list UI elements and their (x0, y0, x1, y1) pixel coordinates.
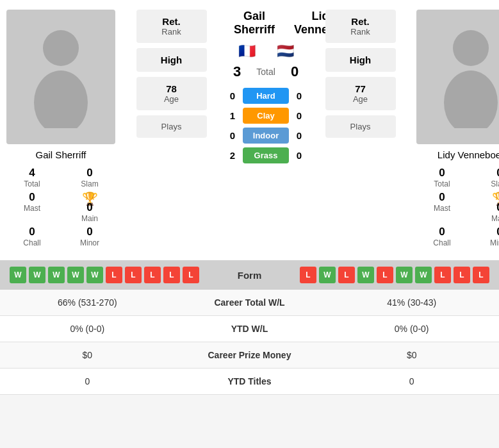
right-plays-label: Plays (338, 122, 383, 131)
form-left-badge-1: W (29, 267, 45, 283)
stats-right-1: 0% (0-0) (324, 316, 499, 342)
right-flag: 🇳🇱 (277, 43, 294, 60)
left-minor-cell: 0 Minor (64, 226, 115, 247)
right-rank-value: Ret. (338, 16, 383, 27)
left-age-label: Age (149, 94, 194, 104)
left-rank-label: Rank (149, 27, 194, 37)
stats-right-2: $0 (324, 342, 499, 369)
surface-btn-clay[interactable]: Clay (243, 108, 289, 124)
left-info-col: Ret. Rank High 78 Age Plays (115, 10, 227, 247)
stats-label-3: YTD Titles (175, 369, 325, 395)
form-left-badge-0: W (10, 267, 26, 283)
left-high-value: High (149, 54, 194, 65)
right-main-cell: 0 Main (474, 201, 499, 223)
left-plays-label: Plays (149, 122, 194, 131)
right-total-cell: 0 Total (416, 167, 468, 188)
left-high-box: High (136, 48, 207, 72)
left-player-photo-wrapper: Gail Sherriff 4 Total 0 Slam 0 Mast 🏆 (6, 10, 115, 247)
surface-btn-hard[interactable]: Hard (243, 88, 289, 104)
form-right-badge-0: L (300, 267, 316, 283)
main-container: Gail Sherriff 4 Total 0 Slam 0 Mast 🏆 (0, 0, 499, 395)
left-mast-label: Mast (24, 204, 40, 213)
surface-right-score-1: 0 (294, 110, 304, 121)
right-main-label: Main (491, 214, 499, 223)
left-age-box: 78 Age (136, 77, 207, 110)
stats-row-0: 66% (531-270) Career Total W/L 41% (30-4… (0, 290, 499, 316)
right-slam-value: 0 (496, 167, 499, 179)
left-rank-box: Ret. Rank (136, 10, 207, 43)
right-slam-cell: 0 Slam (474, 167, 499, 188)
left-mast-value: 0 (29, 191, 35, 204)
left-plays-box: Plays (136, 115, 207, 138)
surface-row-indoor: 0 Indoor 0 (227, 128, 304, 144)
surface-row-grass: 2 Grass 0 (227, 147, 304, 163)
surface-rows: 0 Hard 0 1 Clay 0 0 Indoor 0 2 Grass 0 (227, 88, 304, 163)
stats-right-3: 0 (324, 369, 499, 395)
stats-right-0: 41% (30-43) (324, 290, 499, 316)
right-player-photo (416, 10, 499, 144)
left-main-value: 0 (86, 201, 92, 214)
right-total-score: 0 (285, 63, 304, 80)
surface-right-score-0: 0 (294, 90, 304, 101)
left-total-value: 4 (29, 167, 35, 179)
form-left-badge-9: L (183, 267, 199, 283)
left-main-cell: 0 Main (64, 201, 115, 223)
surface-left-score-1: 1 (227, 110, 238, 121)
stats-left-0: 66% (531-270) (0, 290, 175, 316)
right-high-value: High (338, 54, 383, 65)
form-right: LWLWLWWLLL (282, 267, 490, 283)
right-mast-cell: 0 Mast (416, 191, 468, 213)
svg-point-0 (43, 30, 79, 66)
right-mast-label: Mast (434, 204, 450, 213)
right-minor-value: 0 (496, 226, 499, 238)
form-right-badge-1: W (319, 267, 336, 283)
form-right-badge-5: W (396, 267, 413, 283)
right-rank-box: Ret. Rank (325, 10, 396, 43)
right-age-value: 77 (338, 83, 383, 94)
stats-left-3: 0 (0, 369, 175, 395)
left-player-name-below: Gail Sherriff (36, 149, 86, 160)
surface-btn-grass[interactable]: Grass (243, 147, 289, 163)
form-right-badge-4: L (377, 267, 393, 283)
form-label: Form (218, 270, 282, 281)
form-left-badge-3: W (67, 267, 84, 283)
svg-point-3 (444, 71, 498, 128)
surface-left-score-0: 0 (227, 90, 238, 101)
stats-left-1: 0% (0-0) (0, 316, 175, 342)
form-right-badge-3: W (357, 267, 374, 283)
total-row: 3 Total 0 (227, 63, 304, 80)
left-total-score: 3 (227, 63, 247, 80)
stats-label-1: YTD W/L (175, 316, 325, 342)
surface-btn-indoor[interactable]: Indoor (243, 128, 289, 144)
right-player-name-below: Lidy Venneboer (438, 149, 499, 160)
form-left-badge-2: W (48, 267, 65, 283)
form-right-badge-9: L (473, 267, 489, 283)
surface-left-score-3: 2 (227, 150, 238, 161)
right-total-value: 0 (439, 167, 445, 179)
right-age-box: 77 Age (325, 77, 396, 110)
left-player-photo (6, 10, 115, 144)
right-chall-label: Chall (433, 238, 450, 247)
center-col: Gail Sherriff Lidy Venneboer 🇫🇷 🇳🇱 3 Tot… (227, 10, 304, 247)
right-high-box: High (325, 48, 396, 72)
left-player-name-top: Gail Sherriff (234, 10, 275, 37)
right-plays-box: Plays (325, 115, 396, 138)
right-total-label: Total (434, 179, 450, 188)
left-minor-label: Minor (80, 238, 99, 247)
right-main-value: 0 (496, 201, 499, 214)
form-left-badge-8: L (163, 267, 180, 283)
left-chall-label: Chall (23, 238, 40, 247)
right-minor-label: Minor (490, 238, 499, 247)
svg-point-2 (453, 30, 489, 66)
form-right-badge-6: W (415, 267, 432, 283)
form-right-badge-7: L (434, 267, 451, 283)
form-left-badge-7: L (144, 267, 161, 283)
surface-row-clay: 1 Clay 0 (227, 108, 304, 124)
left-mast-cell: 0 Mast (6, 191, 58, 213)
left-slam-cell: 0 Slam (64, 167, 115, 188)
surface-right-score-3: 0 (294, 150, 304, 161)
form-section: WWWWWLLLLL Form LWLWLWWLLL (0, 260, 499, 290)
left-total-label: Total (24, 179, 40, 188)
left-flag: 🇫🇷 (238, 43, 256, 60)
right-player-photo-wrapper: Lidy Venneboer 0 Total 0 Slam 0 Mast 🏆 (416, 10, 499, 247)
